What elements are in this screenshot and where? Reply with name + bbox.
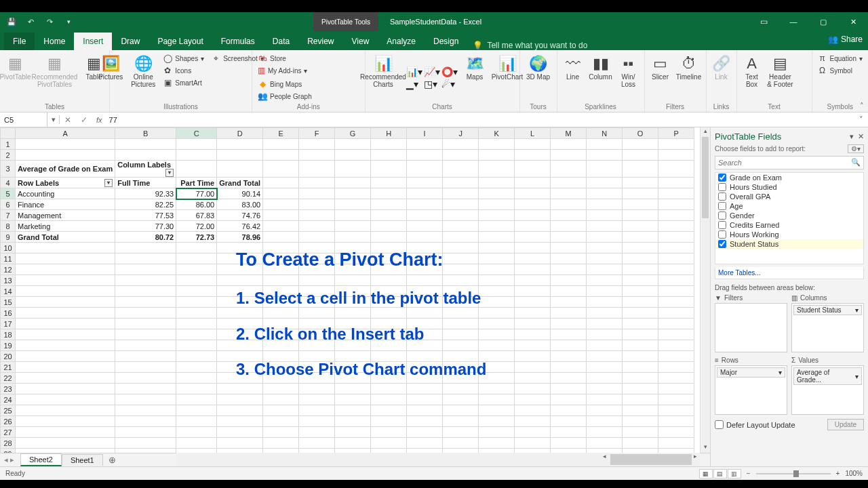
cell[interactable] <box>176 308 217 319</box>
cell[interactable] <box>335 199 371 210</box>
cell[interactable] <box>658 286 694 297</box>
cell[interactable] <box>176 161 217 178</box>
cell[interactable] <box>443 150 479 161</box>
cell[interactable] <box>479 438 515 449</box>
row-header[interactable]: 2 <box>1 150 16 161</box>
formula-input[interactable]: 77 <box>106 116 854 124</box>
cell[interactable] <box>335 210 371 221</box>
cell[interactable] <box>443 405 479 416</box>
cell[interactable] <box>515 405 551 416</box>
cell[interactable] <box>115 329 176 340</box>
cell[interactable] <box>623 438 658 449</box>
cell[interactable] <box>479 188 515 199</box>
cell[interactable] <box>371 210 407 221</box>
cell[interactable] <box>443 199 479 210</box>
sparkline-line-button[interactable]: 〰Line <box>560 53 586 82</box>
smartart-button[interactable]: ▣SmartArt <box>160 77 207 88</box>
cell[interactable] <box>16 319 115 329</box>
cell[interactable] <box>115 373 176 384</box>
row-header[interactable]: 5 <box>1 188 16 199</box>
column-header[interactable]: N <box>587 128 623 139</box>
cell[interactable] <box>299 178 335 188</box>
cell[interactable] <box>115 362 176 373</box>
cell[interactable]: Part Time <box>176 178 217 188</box>
field-checkbox[interactable] <box>718 230 726 239</box>
tab-data[interactable]: Data <box>264 33 298 50</box>
field-item[interactable]: Credits Earned <box>715 220 863 230</box>
area-item-student-status[interactable]: Student Status▾ <box>793 305 862 315</box>
cell[interactable] <box>587 394 623 405</box>
cell[interactable] <box>176 286 217 297</box>
row-header[interactable]: 24 <box>1 394 16 405</box>
tab-analyze[interactable]: Analyze <box>378 33 425 50</box>
cell[interactable] <box>16 384 115 394</box>
cell[interactable] <box>658 438 694 449</box>
cell[interactable] <box>658 405 694 416</box>
cell[interactable]: Average of Grade on Exam <box>16 161 115 178</box>
cell[interactable] <box>515 161 551 178</box>
cell[interactable] <box>115 264 176 275</box>
cell[interactable] <box>587 188 623 199</box>
cell[interactable] <box>263 139 299 150</box>
cell[interactable]: Grand Total <box>217 178 263 188</box>
cell[interactable] <box>551 405 587 416</box>
area-item-avg-grade[interactable]: Average of Grade...▾ <box>793 367 862 385</box>
tab-draw[interactable]: Draw <box>112 33 149 50</box>
cell[interactable] <box>551 427 587 438</box>
row-header[interactable]: 6 <box>1 199 16 210</box>
cell[interactable] <box>16 150 115 161</box>
cell[interactable] <box>623 210 658 221</box>
sheet-tab-sheet2[interactable]: Sheet2 <box>20 453 62 466</box>
cell[interactable]: Grand Total <box>16 232 115 243</box>
cell[interactable] <box>658 394 694 405</box>
cell[interactable] <box>299 405 335 416</box>
cell[interactable] <box>335 221 371 232</box>
cell[interactable] <box>16 308 115 319</box>
cell[interactable] <box>16 340 115 351</box>
row-header[interactable]: 8 <box>1 221 16 232</box>
store-button[interactable]: 🛍Store <box>255 53 309 64</box>
sheet-tab-sheet1[interactable]: Sheet1 <box>62 454 103 466</box>
cell[interactable] <box>299 161 335 178</box>
cell[interactable] <box>16 373 115 384</box>
row-header[interactable]: 3 <box>1 161 16 178</box>
row-header[interactable]: 23 <box>1 384 16 394</box>
cell[interactable] <box>263 438 299 449</box>
cell[interactable] <box>587 438 623 449</box>
cell[interactable] <box>658 329 694 340</box>
cell[interactable] <box>217 394 263 405</box>
cell[interactable] <box>407 188 443 199</box>
cell[interactable] <box>515 188 551 199</box>
cell[interactable] <box>299 232 335 243</box>
area-item-major[interactable]: Major▾ <box>717 367 785 378</box>
field-item[interactable]: Grade on Exam <box>715 173 863 182</box>
cell[interactable] <box>115 319 176 329</box>
cell[interactable] <box>658 264 694 275</box>
fields-search[interactable]: 🔍 <box>715 156 864 169</box>
cell[interactable] <box>623 139 658 150</box>
cell[interactable] <box>658 161 694 178</box>
recommended-charts-button[interactable]: 📊Recommended Charts <box>361 53 405 89</box>
normal-view-icon[interactable]: ▦ <box>699 469 713 479</box>
cell[interactable] <box>658 340 694 351</box>
cell[interactable] <box>658 275 694 286</box>
cell[interactable] <box>16 139 115 150</box>
cell[interactable] <box>551 161 587 178</box>
cell[interactable] <box>263 178 299 188</box>
cell[interactable] <box>299 221 335 232</box>
cell[interactable] <box>443 139 479 150</box>
cell[interactable]: 82.25 <box>115 199 176 210</box>
row-header[interactable]: 4 <box>1 178 16 188</box>
cell[interactable] <box>443 221 479 232</box>
cell[interactable] <box>407 139 443 150</box>
header-footer-button[interactable]: ▤Header & Footer <box>766 53 795 89</box>
cell[interactable] <box>407 427 443 438</box>
cell[interactable] <box>623 150 658 161</box>
chart-type-icon[interactable]: 📊▾ <box>406 66 422 77</box>
cell[interactable] <box>299 427 335 438</box>
cell[interactable] <box>16 427 115 438</box>
pivot-table-button[interactable]: ▦PivotTable <box>0 53 31 82</box>
cell[interactable]: Accounting <box>16 188 115 199</box>
cell[interactable] <box>479 178 515 188</box>
cell[interactable] <box>658 308 694 319</box>
